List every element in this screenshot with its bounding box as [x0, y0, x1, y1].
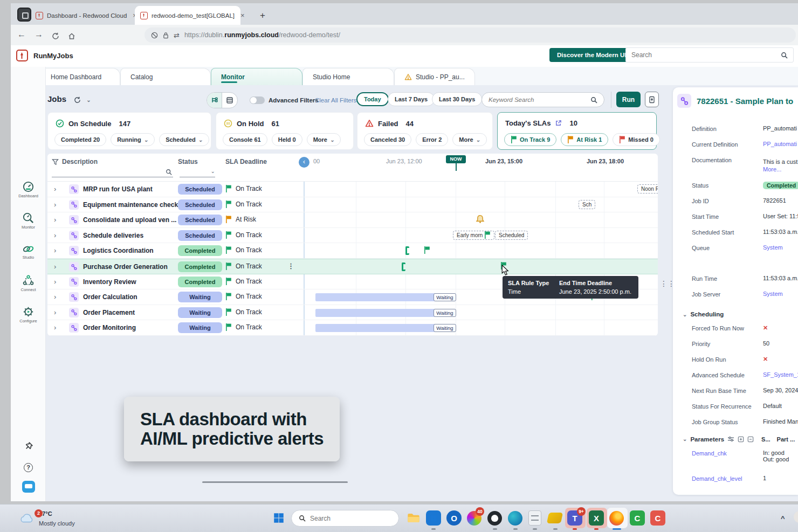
- range-last30-button[interactable]: Last 30 Days: [432, 92, 482, 106]
- tab-close-icon[interactable]: ×: [240, 11, 245, 19]
- table-row[interactable]: › MRP run for USA plant Scheduled On Tra…: [47, 182, 658, 197]
- gantt-badge-scheduled[interactable]: Scheduled: [495, 231, 528, 240]
- expand-icon[interactable]: ›: [54, 246, 56, 254]
- taskbar-search[interactable]: [291, 510, 399, 527]
- sidebar-item-studio[interactable]: Studio: [11, 244, 46, 260]
- job-description[interactable]: MRP run for USA plant: [83, 185, 153, 193]
- external-link-icon[interactable]: [555, 120, 562, 127]
- global-search-input[interactable]: [631, 51, 766, 59]
- parameters-section-header[interactable]: ⌄ Parameters S... Part ...: [683, 436, 795, 443]
- gantt-badge-early-morning[interactable]: Early morn: [453, 231, 494, 240]
- parameter-link[interactable]: Demand_chk: [692, 450, 763, 457]
- pin-sidebar-button[interactable]: [11, 441, 46, 452]
- weather-widget[interactable]: 2 17°CMostly cloudy: [19, 508, 75, 528]
- table-row[interactable]: › Consolidate and upload ven ... Schedul…: [47, 212, 658, 228]
- notes-icon[interactable]: [528, 510, 541, 526]
- expand-icon[interactable]: ›: [54, 185, 56, 193]
- expand-icon[interactable]: ›: [54, 278, 56, 286]
- feedback-button[interactable]: [11, 481, 46, 495]
- filter-pill-at-risk[interactable]: At Risk 1: [561, 133, 608, 146]
- sliders-icon[interactable]: [727, 436, 734, 443]
- sidebar-item-configure[interactable]: Configure: [11, 306, 46, 323]
- firefox-icon[interactable]: [609, 511, 624, 526]
- camtasia-icon[interactable]: C: [630, 510, 645, 526]
- expand-icon[interactable]: ›: [54, 201, 56, 209]
- global-search[interactable]: [625, 47, 794, 63]
- content-blocked-icon[interactable]: [151, 32, 158, 39]
- chevron-down-icon[interactable]: ⌄: [86, 97, 91, 103]
- expand-icon[interactable]: ›: [54, 216, 56, 224]
- gantt-run-bracket[interactable]: [402, 262, 405, 271]
- tab-studio-pp[interactable]: Studio - PP_au...: [394, 68, 475, 85]
- apps-hub-icon[interactable]: 40: [467, 511, 481, 526]
- new-tab-button[interactable]: +: [260, 10, 265, 21]
- start-button[interactable]: [271, 510, 287, 526]
- sidebar-item-connect[interactable]: Connect: [11, 275, 46, 292]
- field-value-link[interactable]: System: [763, 291, 783, 297]
- tab-studio-home[interactable]: Studio Home: [302, 68, 394, 85]
- filter-pill-on-track[interactable]: On Track 9: [504, 133, 556, 146]
- timeline-scroll-left-button[interactable]: ‹: [299, 157, 309, 168]
- tab-monitor[interactable]: Monitor: [211, 68, 302, 85]
- excel-icon[interactable]: X: [589, 510, 604, 526]
- filter-pill-more[interactable]: More⌄: [307, 133, 341, 146]
- filter-pill-more[interactable]: More⌄: [452, 133, 487, 146]
- table-row[interactable]: › Logistics Coordination Completed On Tr…: [47, 243, 658, 259]
- job-description[interactable]: Order Monitoring: [83, 324, 136, 331]
- horizontal-scrollbar[interactable]: [202, 481, 348, 483]
- power-bi-icon[interactable]: [547, 513, 563, 523]
- keyword-search[interactable]: [481, 92, 604, 107]
- scheduling-section-header[interactable]: ⌄Scheduling: [683, 311, 724, 317]
- taskbar-overflow-chevron[interactable]: ^: [781, 514, 785, 522]
- expand-icon[interactable]: ›: [54, 231, 56, 239]
- job-description[interactable]: Order Placement: [83, 309, 135, 316]
- job-description[interactable]: Equipment maintenance check: [83, 201, 178, 209]
- sidebar-item-dashboard[interactable]: Dashboard: [11, 181, 46, 198]
- job-description[interactable]: Schedule deliveries: [83, 232, 143, 239]
- filter-pill-missed[interactable]: Missed 0: [613, 133, 659, 146]
- filter-pill-held[interactable]: Held 0: [272, 133, 302, 146]
- filter-pill-running[interactable]: Running⌄: [111, 133, 155, 146]
- range-today-button[interactable]: Today: [356, 92, 389, 106]
- sla-flag-marker[interactable]: [424, 246, 430, 254]
- microsoft-store-icon[interactable]: [426, 510, 441, 526]
- list-view-button[interactable]: [222, 93, 237, 108]
- advanced-filters-toggle[interactable]: [250, 96, 265, 104]
- description-filter-input[interactable]: [52, 177, 173, 177]
- table-row[interactable]: › Equipment maintenance check Scheduled …: [47, 197, 658, 213]
- home-button[interactable]: [68, 31, 75, 40]
- discover-modern-ui-button[interactable]: Discover the Modern UI: [549, 48, 634, 62]
- table-row[interactable]: › Order Placement Waiting On Track Waiti…: [47, 305, 658, 321]
- job-description[interactable]: Inventory Review: [83, 278, 136, 286]
- swap-icon[interactable]: ⇄: [174, 31, 180, 39]
- job-description[interactable]: Logistics Coordination: [83, 247, 154, 254]
- expand-icon[interactable]: ›: [54, 262, 56, 271]
- gantt-view-button[interactable]: [207, 93, 222, 108]
- sidebar-item-monitor[interactable]: Monitor: [11, 212, 46, 230]
- browser-tab-dashboard[interactable]: Dashboard - Redwood Cloud ×: [30, 6, 133, 25]
- run-button[interactable]: Run: [616, 92, 641, 107]
- recorder-icon[interactable]: C: [650, 510, 665, 526]
- job-description[interactable]: Consolidate and upload ven ...: [83, 216, 176, 224]
- back-button[interactable]: ←: [17, 30, 26, 39]
- collapse-all-icon[interactable]: [747, 436, 754, 443]
- table-row-selected[interactable]: › Purchase Order Generation Completed On…: [47, 259, 658, 274]
- gantt-run-bracket[interactable]: [405, 246, 409, 255]
- field-value-link[interactable]: System: [763, 244, 783, 251]
- github-icon[interactable]: [487, 511, 502, 526]
- browser-profile-icon[interactable]: [17, 8, 31, 22]
- refresh-icon[interactable]: [74, 96, 81, 103]
- more-link[interactable]: More...: [763, 166, 797, 172]
- table-row[interactable]: › Schedule deliveries Scheduled On Track…: [47, 228, 658, 244]
- expand-all-icon[interactable]: [738, 436, 744, 443]
- filter-pill-completed[interactable]: Completed 20: [54, 133, 106, 146]
- filter-pill-console[interactable]: Console 61: [223, 133, 267, 146]
- lock-icon[interactable]: [163, 32, 169, 39]
- teams-icon[interactable]: T9+: [567, 510, 582, 526]
- field-value-link[interactable]: PP_automati: [763, 141, 797, 147]
- field-value-link[interactable]: SF_System_1: [763, 371, 798, 378]
- job-description[interactable]: Purchase Order Generation: [83, 263, 168, 271]
- tab-catalog[interactable]: Catalog: [120, 68, 211, 85]
- status-column-header[interactable]: Status: [178, 158, 198, 165]
- gantt-badge-noon[interactable]: Noon F: [637, 184, 658, 194]
